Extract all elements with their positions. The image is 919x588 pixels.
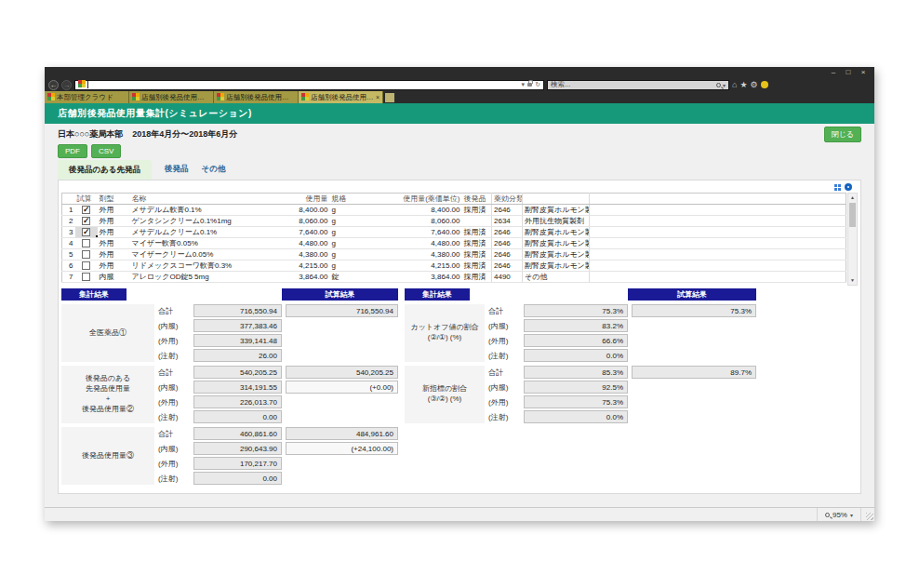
simulation-result-header: 試算結果 <box>282 288 398 301</box>
sim-checkbox[interactable] <box>82 239 90 247</box>
aggregate-value: 290,643.90 <box>193 442 282 455</box>
row-number: 2 <box>62 216 75 227</box>
tab-close-icon[interactable]: × <box>376 94 380 100</box>
favicon <box>47 93 55 102</box>
generic-status-cell <box>462 216 492 227</box>
new-tab-button[interactable] <box>385 93 394 102</box>
checkbox-cell[interactable] <box>75 249 98 261</box>
sim-checkbox[interactable] <box>82 217 90 225</box>
resize-grip[interactable] <box>866 513 873 520</box>
summary-group-label: 全医薬品① <box>61 304 154 362</box>
browser-tab[interactable]: 本部管理クラウド <box>45 91 129 103</box>
tab-active[interactable]: 後発品のある先発品 <box>58 160 152 180</box>
column-header: 名称 <box>130 194 273 205</box>
forward-icon[interactable]: → <box>61 80 72 90</box>
sim-checkbox[interactable] <box>82 261 90 270</box>
summary-row: (内服)83.2% <box>485 319 756 332</box>
zoom-dropdown-icon[interactable]: ▾ <box>850 512 853 518</box>
summary-group-label-line: (②/①) (%) <box>428 333 462 343</box>
search-input[interactable]: 検索... ▾ <box>547 80 729 90</box>
browser-tab-label: 本部管理クラウド <box>57 93 126 102</box>
column-header: 使用量(薬価単位) <box>358 194 462 205</box>
browser-tab[interactable]: 店舗別後発品使用量集計(店舗.. <box>214 91 299 103</box>
category-name-cell: 副腎皮質ホルモン製剤 <box>523 205 590 216</box>
scroll-up-icon[interactable]: ▲ <box>850 194 855 202</box>
checkbox-cell[interactable] <box>75 272 98 283</box>
summary-row: 合計716,550.94716,550.94 <box>154 304 398 317</box>
summary-group-label-line: 全医薬品① <box>89 328 127 339</box>
usage-cell: 4,215.00 <box>273 261 330 272</box>
close-button[interactable]: 閉じる <box>824 127 861 142</box>
expand-icon[interactable] <box>834 184 841 191</box>
tab-link[interactable]: 後発品 <box>165 164 189 180</box>
filler-cell <box>590 205 846 216</box>
back-icon[interactable]: ← <box>48 80 59 90</box>
summary-table-ratio: 集計結果試算結果カットオフ値の割合(②/①) (%)合計75.3%75.3%(内… <box>405 288 756 427</box>
zoom-level: 95% <box>832 511 847 519</box>
filler-cell <box>590 238 846 249</box>
usage-price-units-cell: 3,864.00 <box>358 272 462 283</box>
checkbox-cell[interactable] <box>75 238 98 249</box>
zoom-control[interactable]: 95% ▾ <box>817 508 861 521</box>
sim-checkbox[interactable] <box>82 250 90 259</box>
summary-group-label-line: 後発品使用量② <box>82 405 134 415</box>
row-number: 1 <box>62 205 75 216</box>
sim-checkbox[interactable] <box>82 228 90 236</box>
category-code-cell: 2646 <box>492 249 523 261</box>
browser-tab[interactable]: 店舗別後発品使用量集計 <box>129 91 214 103</box>
gear-icon[interactable]: ⚙ <box>751 80 758 90</box>
usage-cell: 8,400.00 <box>273 205 330 216</box>
checkbox-cell[interactable] <box>75 227 98 238</box>
aggregate-value: 0.00 <box>193 472 282 485</box>
unit-cell: 錠 <box>330 272 358 283</box>
usage-cell: 8,060.00 <box>273 216 330 227</box>
csv-button[interactable]: CSV <box>91 144 121 158</box>
checkbox-cell[interactable] <box>75 261 98 272</box>
summary-row-label: (内服) <box>485 321 524 331</box>
summary-group-label-line: 後発品のある <box>86 374 131 384</box>
drug-grid: 試算剤型名称使用量規格使用量(薬価単位)後発品薬効分類1外用メサデルム軟膏0.1… <box>61 193 858 283</box>
aggregate-value: 339,141.48 <box>193 334 282 347</box>
aggregate-value: 226,013.70 <box>193 395 282 408</box>
drug-name-cell: メサデルム軟膏0.1% <box>130 205 273 216</box>
summary-row: 合計460,861.60484,961.60 <box>154 427 398 440</box>
aggregate-value: 0.0% <box>524 349 628 362</box>
dosage-form-cell: 外用 <box>98 249 130 261</box>
refresh-icon[interactable]: ↻ <box>535 81 540 88</box>
search-dropdown-icon[interactable]: ▾ <box>723 82 726 88</box>
summary-row-label: (内服) <box>154 321 193 331</box>
aggregate-value: 540,205.25 <box>193 366 282 379</box>
simulation-value: 540,205.25 <box>286 366 398 379</box>
dosage-form-cell: 外用 <box>98 205 130 216</box>
close-window-button[interactable]: × <box>856 67 871 78</box>
feedback-icon[interactable] <box>761 81 768 88</box>
address-bar[interactable]: ▾ ↻ <box>74 80 544 90</box>
checkbox-cell[interactable] <box>75 205 98 216</box>
checkbox-cell[interactable] <box>75 216 98 227</box>
column-header: 剤型 <box>98 194 130 205</box>
scroll-down-icon[interactable]: ▼ <box>850 276 855 285</box>
sim-checkbox[interactable] <box>82 273 90 281</box>
home-icon[interactable]: ⌂ <box>732 80 737 90</box>
scrollbar-thumb[interactable] <box>849 203 856 227</box>
pdf-button[interactable]: PDF <box>58 144 87 158</box>
vertical-scrollbar[interactable]: ▲ ▼ <box>847 193 858 286</box>
unit-cell: g <box>330 261 358 272</box>
maximize-button[interactable]: □ <box>841 67 856 78</box>
column-header <box>62 194 75 205</box>
usage-cell: 4,480.00 <box>273 238 330 249</box>
summary-group: 後発品のある先発品使用量+後発品使用量②合計540,205.25540,205.… <box>61 366 398 423</box>
search-icon[interactable] <box>716 83 721 87</box>
row-number: 7 <box>62 272 75 283</box>
summary-row-label: (外用) <box>485 397 524 408</box>
drug-name-cell: ゲンタシンクリーム0.1%1mg <box>130 216 273 227</box>
tab-link[interactable]: その他 <box>202 164 226 180</box>
aggregate-value: 0.0% <box>524 410 628 423</box>
help-icon[interactable] <box>845 183 852 191</box>
sim-checkbox[interactable] <box>82 206 90 214</box>
favorites-icon[interactable]: ★ <box>739 80 747 90</box>
usage-price-units-cell: 4,380.00 <box>358 249 462 261</box>
browser-tab[interactable]: 店舗別後発品使用量集計(シ...× <box>299 91 383 103</box>
minimize-button[interactable]: – <box>826 67 841 78</box>
address-dropdown-icon[interactable]: ▾ <box>522 81 526 88</box>
